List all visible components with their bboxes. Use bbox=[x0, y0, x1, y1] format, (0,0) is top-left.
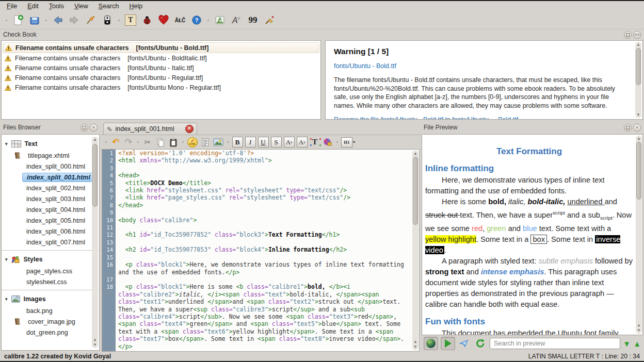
donate-button[interactable] bbox=[156, 13, 171, 27]
file-item[interactable]: index_split_003.html bbox=[2, 193, 99, 204]
auto-refresh-button[interactable] bbox=[424, 337, 438, 350]
editor-scrollbar[interactable]: ▲ ▲ ▼ bbox=[412, 151, 418, 350]
special-characters-button[interactable]: ÅŁČ bbox=[173, 13, 187, 27]
strikethrough-button[interactable]: S bbox=[270, 137, 282, 148]
spell-check-button[interactable]: Ab bbox=[229, 13, 244, 27]
scroll-up-icon[interactable]: ▲ bbox=[92, 138, 98, 142]
text-color-button[interactable]: T bbox=[309, 137, 320, 148]
italic-button[interactable]: I bbox=[245, 137, 256, 148]
scroll-up-icon[interactable]: ▲ bbox=[636, 137, 642, 141]
menu-tools[interactable]: Tools bbox=[44, 2, 69, 11]
check-issue-row[interactable]: Filename contains unsafe characters[font… bbox=[3, 53, 319, 63]
check-book-button[interactable] bbox=[140, 13, 154, 27]
menu-file[interactable]: File bbox=[2, 2, 22, 11]
scroll-up-icon[interactable]: ▲ bbox=[412, 340, 418, 344]
preview-search-input[interactable] bbox=[490, 338, 620, 349]
file-item[interactable]: index_split_007.html bbox=[2, 237, 99, 248]
section-header-images[interactable]: ▾Images bbox=[2, 293, 99, 305]
background-style-button[interactable] bbox=[322, 137, 333, 148]
menu-edit[interactable]: Edit bbox=[23, 2, 43, 11]
file-item[interactable]: index_split_004.html bbox=[2, 204, 99, 215]
scroll-up-icon[interactable]: ▲ bbox=[636, 323, 642, 327]
files-scrollbar[interactable]: ▲ ▲ ▼ bbox=[92, 137, 98, 348]
warning-file-link[interactable]: fonts/Ubuntu - Bold.ttf bbox=[334, 62, 629, 70]
smarten-punctuation-button[interactable]: 99 bbox=[246, 13, 260, 27]
float-panel-button[interactable] bbox=[624, 124, 632, 131]
scroll-down-icon[interactable]: ▼ bbox=[636, 328, 642, 333]
file-item[interactable]: index_split_001.html bbox=[2, 172, 99, 183]
pin-button[interactable] bbox=[84, 13, 98, 27]
check-issue-row[interactable]: Filename contains unsafe characters[font… bbox=[3, 42, 319, 53]
file-item[interactable]: page_styles.css bbox=[2, 266, 99, 276]
underline-button[interactable]: U bbox=[257, 137, 269, 148]
back-button[interactable] bbox=[51, 13, 65, 27]
tab-close-button[interactable]: × bbox=[185, 125, 194, 133]
save-button[interactable] bbox=[27, 13, 42, 27]
check-issues-list[interactable]: Filename contains unsafe characters[font… bbox=[1, 40, 321, 120]
check-issue-row[interactable]: Filename contains unsafe characters[font… bbox=[3, 83, 319, 92]
file-item[interactable]: dot_green.png bbox=[2, 327, 99, 338]
sync-position-button[interactable] bbox=[458, 337, 471, 350]
find-next-icon[interactable]: ▼ bbox=[623, 340, 631, 348]
help-button[interactable]: ? bbox=[189, 13, 204, 27]
scroll-down-icon[interactable]: ▼ bbox=[92, 343, 98, 347]
section-header-styles[interactable]: ▾Styles bbox=[2, 253, 99, 266]
file-item[interactable]: titlepage.xhtml bbox=[2, 150, 99, 161]
scroll-down-icon[interactable]: ▼ bbox=[635, 113, 641, 117]
section-header-text[interactable]: ▾Text bbox=[2, 138, 99, 150]
bold-button[interactable]: B bbox=[232, 137, 243, 148]
scroll-up-icon[interactable]: ▲ bbox=[635, 43, 641, 47]
close-panel-button[interactable]: × bbox=[633, 124, 641, 131]
check-html-button[interactable]: ✓HTML bbox=[187, 137, 198, 148]
scrollbar-thumb[interactable] bbox=[413, 157, 418, 225]
file-item[interactable]: stylesheet.css bbox=[2, 276, 99, 287]
paste-button[interactable] bbox=[168, 137, 179, 148]
find-previous-icon[interactable]: ▲ bbox=[633, 340, 641, 348]
cut-button[interactable]: ✂ bbox=[142, 137, 153, 148]
scrollbar-thumb[interactable] bbox=[636, 48, 641, 85]
close-panel-button[interactable]: × bbox=[90, 124, 98, 131]
check-issue-row[interactable]: Filename contains unsafe characters[font… bbox=[3, 73, 319, 83]
file-item[interactable]: back.png bbox=[2, 305, 99, 316]
warning-scrollbar[interactable]: ▲ ▼ bbox=[635, 42, 641, 118]
menu-view[interactable]: View bbox=[70, 2, 93, 11]
close-panel-button[interactable]: ×× bbox=[633, 31, 641, 39]
code-area[interactable]: 1<?xml version='1.0' encoding='utf-8'?>2… bbox=[102, 150, 412, 351]
check-issue-row[interactable]: Filename contains unsafe characters[font… bbox=[3, 63, 319, 73]
arrange-files-button[interactable] bbox=[100, 13, 115, 27]
warning-rename-link[interactable]: Rename the file fonts/Ubuntu - Bold.ttf … bbox=[334, 116, 629, 120]
scrollbar-thumb[interactable] bbox=[92, 144, 98, 207]
pretty-print-button[interactable] bbox=[200, 137, 211, 148]
file-item[interactable]: cover_image.jpg bbox=[2, 316, 99, 327]
font-button[interactable]: T bbox=[123, 13, 138, 27]
scroll-down-icon[interactable]: ▼ bbox=[412, 345, 418, 349]
code-editor[interactable]: 1<?xml version='1.0' encoding='utf-8'?>2… bbox=[102, 149, 420, 352]
forward-button[interactable] bbox=[67, 13, 82, 27]
menu-search[interactable]: Search bbox=[94, 2, 124, 11]
reload-preview-button[interactable] bbox=[474, 337, 487, 350]
undo-button[interactable]: ↶ bbox=[110, 137, 121, 148]
redo-button[interactable]: ↷ bbox=[123, 137, 134, 148]
block-style-dropdown[interactable]: H1 ▾ bbox=[341, 137, 355, 148]
insert-image-button[interactable] bbox=[213, 137, 224, 148]
superscript-button[interactable]: As bbox=[283, 137, 295, 148]
float-panel-button[interactable] bbox=[81, 124, 88, 131]
new-file-button[interactable] bbox=[11, 13, 25, 27]
float-panel-button[interactable] bbox=[624, 31, 632, 39]
remove-unused-css-button[interactable] bbox=[262, 13, 277, 27]
scroll-up-icon[interactable]: ▲ bbox=[92, 338, 98, 342]
scrollbar-thumb[interactable] bbox=[636, 142, 641, 200]
file-item[interactable]: index_split_006.html bbox=[2, 226, 99, 237]
editor-tab[interactable]: ✎ index_split_001.html × bbox=[103, 123, 197, 135]
copy-button[interactable] bbox=[155, 137, 166, 148]
menu-help[interactable]: Help bbox=[124, 2, 147, 11]
file-item[interactable]: index_split_002.html bbox=[2, 183, 99, 193]
scroll-up-icon[interactable]: ▲ bbox=[412, 152, 418, 156]
code-line: 15 bbox=[102, 254, 412, 261]
file-item[interactable]: index_split_005.html bbox=[2, 215, 99, 226]
subscript-button[interactable]: As bbox=[296, 137, 308, 148]
file-item[interactable]: index_split_000.html bbox=[2, 161, 99, 172]
run-preview-button[interactable] bbox=[441, 337, 455, 350]
view-image-button[interactable]: A bbox=[213, 13, 227, 27]
preview-scrollbar[interactable]: ▲ ▲ ▼ bbox=[636, 136, 642, 334]
